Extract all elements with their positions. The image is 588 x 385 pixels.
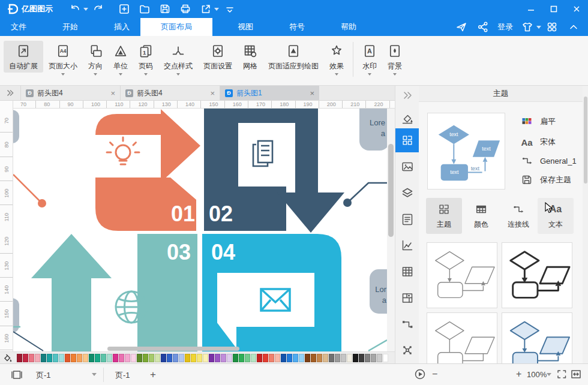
step-01-shape[interactable]: 01 — [86, 109, 200, 231]
color-swatch[interactable] — [347, 354, 352, 362]
tshirt-caret-icon[interactable] — [536, 26, 541, 29]
table-tool[interactable] — [400, 264, 415, 279]
color-swatch[interactable] — [341, 354, 346, 362]
color-swatch[interactable] — [263, 354, 268, 362]
ribbon-crossing-style[interactable]: 交点样式 — [158, 41, 198, 77]
color-swatch[interactable] — [65, 354, 70, 362]
close-tab-icon[interactable]: × — [110, 89, 115, 98]
color-swatch[interactable] — [47, 354, 52, 362]
color-swatch[interactable] — [299, 354, 304, 362]
color-swatch[interactable] — [155, 354, 160, 362]
notes-tool[interactable] — [400, 212, 415, 227]
tab-page-layout[interactable]: 页面布局 — [140, 18, 212, 36]
color-swatch[interactable] — [71, 354, 76, 362]
format-fill-tool[interactable] — [400, 112, 415, 126]
color-swatch[interactable] — [35, 354, 40, 362]
tab-overflow-button[interactable] — [0, 86, 20, 100]
color-swatch[interactable] — [197, 354, 202, 362]
fit-width-button[interactable] — [570, 368, 582, 380]
ribbon-background[interactable]: 背景 — [382, 41, 407, 77]
color-swatch[interactable] — [227, 354, 232, 362]
color-swatch[interactable] — [173, 354, 178, 362]
share-icon[interactable] — [477, 21, 489, 33]
ribbon-fit-to-drawing[interactable]: 页面适应到绘图 — [263, 41, 324, 73]
panel-scrollbar[interactable] — [583, 86, 588, 363]
image-tool[interactable] — [400, 160, 415, 174]
tab-file[interactable]: 文件 — [0, 18, 37, 36]
color-swatch[interactable] — [269, 354, 274, 362]
color-swatch[interactable] — [323, 354, 328, 362]
color-swatch[interactable] — [41, 354, 46, 362]
new-document-button[interactable] — [118, 3, 130, 15]
apps-grid-icon[interactable] — [546, 21, 558, 33]
color-swatch[interactable] — [335, 354, 340, 362]
login-button[interactable]: 登录 — [497, 22, 513, 32]
undo-caret-icon[interactable] — [83, 8, 88, 11]
ribbon-watermark[interactable]: A 水印 — [357, 41, 382, 77]
color-swatch[interactable] — [137, 354, 142, 362]
page-selector[interactable]: 页-1 — [36, 370, 51, 381]
step-04-shape[interactable]: 04 — [202, 234, 341, 351]
color-swatch[interactable] — [191, 354, 196, 362]
color-swatch[interactable] — [23, 354, 28, 362]
chart-tool[interactable] — [400, 238, 415, 252]
minimize-button[interactable] — [520, 0, 542, 18]
zoom-in-button[interactable]: + — [516, 369, 521, 380]
color-swatch[interactable] — [185, 354, 190, 362]
maximize-button[interactable] — [542, 0, 565, 18]
page-tab[interactable]: 页-1 — [115, 370, 130, 381]
theme-connector-row[interactable]: General_1 — [521, 154, 577, 167]
drawing-canvas[interactable]: 01 02 — [13, 109, 387, 351]
callout-top-right[interactable]: Lore a — [359, 109, 387, 151]
page-selector-caret-icon[interactable] — [92, 373, 97, 376]
color-swatch[interactable] — [59, 354, 64, 362]
save-theme-row[interactable]: 保存主题 — [521, 173, 571, 187]
ribbon-grid[interactable]: 网格 — [238, 41, 263, 73]
color-swatch[interactable] — [359, 354, 364, 362]
color-swatch[interactable] — [239, 354, 244, 362]
color-swatch[interactable] — [245, 354, 250, 362]
color-swatch[interactable] — [29, 354, 34, 362]
color-swatch[interactable] — [221, 354, 226, 362]
ribbon-unit[interactable]: 单位 — [108, 41, 133, 77]
color-swatch[interactable] — [53, 354, 58, 362]
collapse-ribbon-button[interactable] — [224, 3, 236, 15]
zoom-caret-icon[interactable] — [547, 373, 551, 376]
color-swatch[interactable] — [101, 354, 106, 362]
color-swatch[interactable] — [143, 354, 148, 362]
color-swatch[interactable] — [179, 354, 184, 362]
send-icon[interactable] — [455, 21, 467, 33]
color-swatch[interactable] — [257, 354, 262, 362]
color-swatch[interactable] — [77, 354, 82, 362]
step-03-shape[interactable]: 03 — [31, 234, 197, 351]
color-swatch[interactable] — [95, 354, 100, 362]
color-swatch[interactable] — [233, 354, 238, 362]
callout-left-top[interactable] — [13, 110, 19, 143]
color-swatch[interactable] — [83, 354, 88, 362]
scrollbar-thumb[interactable] — [584, 97, 587, 184]
close-tab-icon[interactable]: × — [210, 89, 215, 98]
layers-tool[interactable] — [400, 186, 415, 200]
add-page-button[interactable]: + — [150, 369, 156, 381]
fill-bucket-icon[interactable] — [2, 353, 15, 363]
save-button[interactable] — [159, 3, 171, 15]
color-swatch[interactable] — [149, 354, 154, 362]
callout-left-bottom[interactable] — [13, 298, 19, 333]
callout-right[interactable]: Lor a — [370, 269, 387, 314]
theme-template-1[interactable] — [427, 242, 497, 308]
color-swatch[interactable] — [275, 354, 280, 362]
anchor-points-tool[interactable] — [400, 343, 415, 357]
step-02-shape[interactable]: 02 — [204, 109, 344, 233]
ribbon-auto-expand[interactable]: 自动扩展 — [4, 41, 43, 73]
theme-tool-active[interactable] — [395, 128, 419, 152]
color-swatch[interactable] — [287, 354, 292, 362]
subtab-connectors[interactable]: 连接线 — [500, 198, 536, 234]
ribbon-page-setup[interactable]: 页面设置 — [198, 41, 238, 73]
tab-help[interactable]: 帮助 — [330, 18, 367, 36]
connector-style-tool[interactable] — [400, 317, 415, 332]
connector-dark[interactable] — [343, 183, 387, 207]
doc-tab-1[interactable]: Ɖ 箭头图4 × — [20, 86, 120, 100]
tab-insert[interactable]: 插入 — [103, 18, 140, 36]
close-tab-icon[interactable]: × — [310, 89, 314, 98]
color-swatch[interactable] — [125, 354, 130, 362]
